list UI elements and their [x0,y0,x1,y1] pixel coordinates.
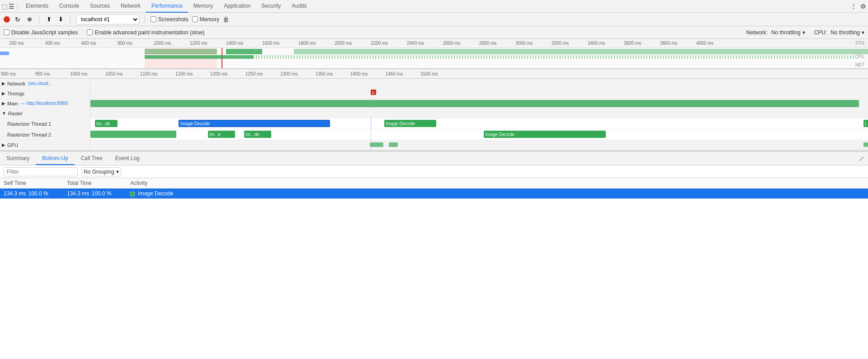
cpu-green-bars [5,55,854,59]
upload-button[interactable]: ⬆ [45,15,53,24]
tab-console[interactable]: Console [54,0,85,13]
main-dashed-1 [371,99,371,108]
memory-checkbox[interactable] [192,16,198,22]
main-expand-icon[interactable]: ▶ [2,101,5,106]
timing-flag: L [371,90,376,95]
track-main: ▶ Main — http://localhost:8080/ [0,99,868,109]
tab-memory[interactable]: Memory [188,0,218,13]
raster2-block3[interactable]: Im...de [244,131,271,138]
clear-button[interactable]: ⊗ [25,15,33,24]
gpu-expand-icon[interactable]: ▶ [2,142,5,147]
track-timings-label: ▶ Timings [0,89,90,98]
tab-elements[interactable]: Elements [20,0,54,13]
tracks-area: ▶ Network (res.cloud... ▶ Timings L ▶ Ma… [0,79,868,150]
advanced-paint-label[interactable]: Enable advanced paint instrumentation (s… [87,29,204,36]
track-gpu-content [90,140,868,150]
disable-js-checkbox[interactable] [4,29,9,35]
devtools-topbar: ⬚ ☰ Elements Console Sources Network Per… [0,0,868,13]
download-button[interactable]: ⬇ [57,15,65,24]
more-tabs-icon[interactable]: ⋮ [850,3,857,10]
fps-green-area [5,49,868,54]
panel-expand-icon[interactable]: ⤢ [859,155,864,162]
performance-toolbar: ↻ ⊗ ⬆ ⬇ localhost #1 Screenshots Memory … [0,13,868,26]
grouping-select[interactable]: No Grouping ▾ [81,167,121,176]
raster2-block4[interactable]: Image Decode [484,131,606,138]
screenshots-checkbox[interactable] [151,16,156,22]
track-rasterizer2: Rasterizer Thread 2 Im...e Im...de Image… [0,129,868,140]
advanced-paint-checkbox[interactable] [87,29,93,35]
tab-sources[interactable]: Sources [85,0,115,13]
col-activity[interactable]: Activity [127,178,868,189]
panel-expand-area: ⤢ [859,152,868,165]
options-row: Disable JavaScript samples Enable advanc… [0,26,868,39]
track-raster-content [90,109,868,118]
cpu-dropdown-icon: ▾ [862,29,864,36]
overview-timeline[interactable]: FPS 200 ms 400 ms 600 ms 800 ms 1000 ms … [0,39,868,69]
trash-icon[interactable]: 🗑 [223,16,229,23]
raster-expand-icon[interactable]: ▼ [2,111,6,116]
raster1-block3[interactable]: Image Decode [384,120,436,127]
screenshots-checkbox-label[interactable]: Screenshots [151,16,189,23]
grouping-dropdown-icon: ▾ [116,169,119,175]
bottom-panel: Summary Bottom-Up Call Tree Event Log ⤢ … [0,152,868,359]
tab-audits[interactable]: Audits [286,0,312,13]
tab-network[interactable]: Network [115,0,146,13]
cursor-icon[interactable]: ⬚ [2,3,8,10]
tab-security[interactable]: Security [256,0,286,13]
inspect-icon[interactable]: ☰ [9,3,14,10]
self-time-cell: 134.3 ms 100.0 % [0,189,63,199]
tab-event-log[interactable]: Event Log [109,152,146,165]
track-timings: ▶ Timings L [0,89,868,99]
disable-js-label[interactable]: Disable JavaScript samples [4,29,78,36]
reload-button[interactable]: ↻ [14,15,22,24]
track-gpu-label: ▶ GPU [0,140,90,150]
tab-summary[interactable]: Summary [0,152,36,165]
track-main-content [90,99,868,108]
overview-bars: CPU NET [0,48,868,68]
main-sublabel: — http://localhost:8080/ [21,101,68,106]
settings-icon[interactable]: ⚙ [860,3,866,10]
record-button[interactable] [4,16,10,23]
tab-call-tree[interactable]: Call Tree [75,152,109,165]
raster2-block1[interactable] [90,131,176,138]
network-expand-icon[interactable]: ▶ [2,81,5,86]
raster1-dashed2 [371,118,371,129]
memory-checkbox-label[interactable]: Memory [192,16,219,23]
track-rasterizer1-label: Rasterizer Thread 1 [0,118,90,129]
tab-application[interactable]: Application [218,0,256,13]
track-main-label: ▶ Main — http://localhost:8080/ [0,99,90,108]
activity-cell: Image Decode [127,189,868,199]
main-block [90,100,859,107]
track-raster-label: ▼ Raster [0,109,90,118]
tab-performance[interactable]: Performance [146,0,188,13]
gpu-block3 [863,142,868,147]
filter-input[interactable] [4,167,78,176]
bottom-tabs: Summary Bottom-Up Call Tree Event Log ⤢ [0,152,868,165]
col-self-time[interactable]: Self Time [0,178,63,189]
url-select[interactable]: localhost #1 [76,14,139,24]
track-rasterizer2-label: Rasterizer Thread 2 [0,129,90,140]
track-network-content [90,79,868,88]
tab-bottom-up[interactable]: Bottom-Up [36,152,74,165]
track-rasterizer2-content: Im...e Im...de Image Decode [90,129,868,140]
raster2-block2[interactable]: Im...e [208,131,235,138]
raster1-block2-selected[interactable]: Image Decode [179,120,330,127]
overview-ruler: FPS 200 ms 400 ms 600 ms 800 ms 1000 ms … [0,39,868,48]
raster1-block4[interactable]: I...e [863,120,868,127]
total-time-cell: 134.3 ms 100.0 % [63,189,127,199]
track-rasterizer1-content: Im...de Image Decode Image Decode I...e [90,118,868,129]
data-table: Self Time Total Time Activity 134.3 ms 1… [0,178,868,199]
track-rasterizer1: Rasterizer Thread 1 Im...de Image Decode… [0,118,868,129]
raster1-block1[interactable]: Im...de [95,120,118,127]
col-total-time[interactable]: Total Time [63,178,127,189]
network-throttle-select[interactable]: Network: No throttling ▾ [746,29,805,36]
cpu-throttle-select[interactable]: CPU: No throttling ▾ [814,29,864,36]
gpu-block2 [389,142,398,147]
network-sublabel: (res.cloud... [28,81,52,86]
table-row[interactable]: 134.3 ms 100.0 % 134.3 ms 100.0 % Image … [0,189,868,199]
network-dropdown-icon: ▾ [802,29,805,36]
timings-expand-icon[interactable]: ▶ [2,91,5,96]
cpu-mini-label: CPU [855,54,864,59]
activity-icon [130,192,135,196]
track-raster: ▼ Raster [0,109,868,118]
